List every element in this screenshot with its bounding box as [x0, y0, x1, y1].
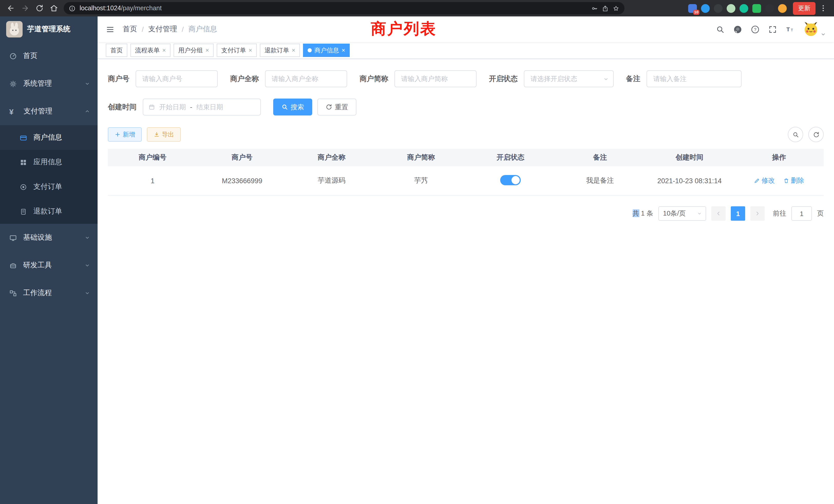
- extension-icon-7[interactable]: [765, 4, 774, 13]
- tab-merchant-info[interactable]: 商户信息 ×: [303, 44, 350, 57]
- tab-user-group[interactable]: 用户分组 ×: [174, 44, 214, 57]
- extension-icon-1[interactable]: 10: [688, 4, 697, 13]
- browser-home-icon[interactable]: [47, 2, 61, 15]
- extension-badge: 10: [693, 9, 699, 15]
- sidebar-item-home[interactable]: 首页: [0, 42, 97, 70]
- bookmark-star-icon[interactable]: [613, 5, 619, 12]
- delete-link[interactable]: 删除: [783, 176, 804, 185]
- breadcrumb-home[interactable]: 首页: [123, 25, 137, 34]
- url-text: localhost:1024/pay/merchant: [80, 5, 587, 12]
- browser-toolbar: localhost:1024/pay/merchant 10 更新: [0, 0, 834, 17]
- column-header: 备注: [555, 153, 645, 162]
- sidebar-item-payment[interactable]: ¥ 支付管理: [0, 97, 97, 125]
- tab-home[interactable]: 首页: [106, 44, 127, 57]
- breadcrumb-payment[interactable]: 支付管理: [148, 25, 177, 34]
- browser-menu-icon[interactable]: [816, 2, 830, 15]
- refresh-table-button[interactable]: [808, 127, 824, 142]
- browser-update-button[interactable]: 更新: [793, 2, 815, 15]
- page-number-1[interactable]: 1: [731, 206, 745, 221]
- grid-icon: [20, 158, 27, 166]
- column-header: 操作: [734, 153, 824, 162]
- date-end-placeholder[interactable]: 结束日期: [196, 102, 223, 112]
- fullscreen-icon[interactable]: [768, 25, 777, 33]
- filter-merchant-no: 商户号: [108, 70, 218, 87]
- column-header: 商户全称: [287, 153, 376, 162]
- reset-button[interactable]: 重置: [317, 98, 356, 115]
- extension-icon-5[interactable]: [740, 4, 748, 13]
- close-icon[interactable]: ×: [205, 47, 209, 53]
- next-page-button[interactable]: [750, 206, 765, 221]
- search-button[interactable]: 搜索: [273, 98, 312, 115]
- sidebar-item-merchant-info[interactable]: 商户信息: [0, 125, 97, 150]
- export-button[interactable]: 导出: [147, 127, 181, 142]
- goto-page-input[interactable]: [791, 206, 812, 221]
- sidebar: 芋道管理系统 首页 系统管理: [0, 17, 97, 504]
- sidebar-item-refund-order[interactable]: 退款订单: [0, 199, 97, 224]
- cell-id: 1: [108, 177, 197, 184]
- extension-icon-6[interactable]: [752, 4, 761, 13]
- sidebar-item-infrastructure[interactable]: 基础设施: [0, 224, 97, 251]
- tab-pay-order[interactable]: 支付订单 ×: [217, 44, 257, 57]
- sidebar-item-label: 应用信息: [34, 158, 62, 167]
- search-icon[interactable]: [716, 25, 725, 33]
- sidebar-item-dev-tools[interactable]: 研发工具: [0, 251, 97, 279]
- sidebar-item-pay-order[interactable]: 支付订单: [0, 175, 97, 199]
- url-path: /pay/merchant: [121, 5, 161, 12]
- sidebar-item-app-info[interactable]: 应用信息: [0, 150, 97, 175]
- total-suffix: 1 条: [641, 209, 653, 217]
- hide-search-button[interactable]: [788, 127, 803, 142]
- chevron-down-icon: [603, 76, 609, 82]
- github-icon[interactable]: [733, 25, 742, 33]
- merchant-table: 商户编号 商户号 商户全称 商户简称 开启状态 备注 创建时间 操作 1 M23…: [108, 149, 824, 196]
- tab-process-form[interactable]: 流程表单 ×: [130, 44, 171, 57]
- refresh-icon: [326, 104, 332, 110]
- status-toggle[interactable]: [500, 175, 521, 185]
- app-logo[interactable]: 芋道管理系统: [0, 17, 97, 42]
- filter-full-name: 商户全称: [230, 70, 347, 87]
- navbar-actions: ? TT: [716, 22, 826, 37]
- sidebar-menu: 首页 系统管理 ¥ 支付管理: [0, 42, 97, 307]
- page-unit-label: 页: [817, 209, 824, 218]
- short-name-input[interactable]: [394, 70, 477, 87]
- close-icon[interactable]: ×: [342, 47, 345, 53]
- toolbox-icon: [9, 261, 17, 269]
- remark-input[interactable]: [646, 70, 742, 87]
- close-icon[interactable]: ×: [292, 47, 295, 53]
- full-name-input[interactable]: [265, 70, 347, 87]
- page-size-select[interactable]: 10条/页: [658, 206, 706, 221]
- workflow-icon: [9, 289, 17, 297]
- tab-label: 首页: [110, 46, 123, 55]
- site-info-icon[interactable]: [69, 5, 75, 12]
- tab-refund-order[interactable]: 退款订单 ×: [260, 44, 300, 57]
- user-avatar[interactable]: [803, 22, 826, 37]
- browser-forward-icon[interactable]: [19, 2, 32, 15]
- table-tools: [788, 127, 824, 142]
- merchant-no-input[interactable]: [136, 70, 218, 87]
- browser-back-icon[interactable]: [4, 2, 18, 15]
- profile-avatar-icon[interactable]: [778, 4, 787, 13]
- sidebar-item-system[interactable]: 系统管理: [0, 70, 97, 97]
- hamburger-icon[interactable]: [106, 25, 114, 33]
- help-icon[interactable]: ?: [751, 25, 760, 33]
- close-icon[interactable]: ×: [248, 47, 252, 53]
- extension-icon-3[interactable]: [714, 4, 723, 13]
- browser-reload-icon[interactable]: [33, 2, 46, 15]
- plus-icon: [114, 131, 121, 138]
- sidebar-item-workflow[interactable]: 工作流程: [0, 279, 97, 307]
- password-key-icon[interactable]: [591, 5, 598, 12]
- main-area: 首页 / 支付管理 / 商户信息 ?: [97, 17, 834, 504]
- close-icon[interactable]: ×: [162, 47, 166, 53]
- prev-page-button[interactable]: [711, 206, 726, 221]
- share-icon[interactable]: [602, 5, 609, 12]
- date-start-placeholder[interactable]: 开始日期: [159, 102, 186, 112]
- date-range-picker[interactable]: 开始日期 - 结束日期: [143, 98, 261, 115]
- add-button[interactable]: 新增: [108, 127, 142, 142]
- extensions-area: 10: [688, 4, 787, 13]
- pagination-total: 共 1 条: [632, 209, 653, 218]
- font-size-icon[interactable]: TT: [786, 25, 794, 33]
- extension-icon-2[interactable]: [701, 4, 710, 13]
- edit-link[interactable]: 修改: [754, 176, 775, 185]
- address-bar[interactable]: localhost:1024/pay/merchant: [64, 2, 624, 14]
- extension-icon-4[interactable]: [727, 4, 736, 13]
- status-select[interactable]: 请选择开启状态: [524, 70, 614, 87]
